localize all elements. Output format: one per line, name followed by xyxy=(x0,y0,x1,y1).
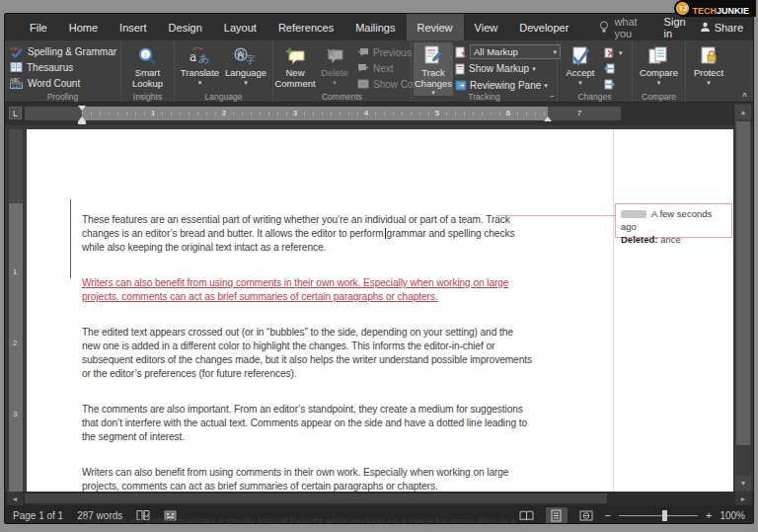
tab-view[interactable]: View xyxy=(464,14,509,40)
share-button[interactable]: Share xyxy=(696,14,753,40)
tab-developer[interactable]: Developer xyxy=(508,14,579,40)
group-protect: Protect ▾ xyxy=(686,40,731,102)
show-comments-icon xyxy=(357,79,369,89)
vertical-scrollbar[interactable]: ▲ ▼ xyxy=(733,104,751,492)
smart-lookup-label: Smart Lookup xyxy=(125,68,170,89)
paragraph: Writers can also benefit from using comm… xyxy=(82,466,558,494)
scroll-down-arrow[interactable]: ▼ xyxy=(735,476,751,491)
zoom-out-button[interactable]: − xyxy=(605,509,611,521)
vertical-scroll-thumb[interactable] xyxy=(736,121,750,445)
paragraph-track-changes: These features are an essential part of … xyxy=(82,213,558,255)
reviewing-pane-label: Reviewing Pane xyxy=(470,80,541,91)
tracking-dialog-launcher[interactable]: ⌐ xyxy=(550,92,555,101)
compare-dropdown-arrow: ▾ xyxy=(657,79,661,86)
svg-text:字: 字 xyxy=(246,54,256,65)
show-markup-button[interactable]: Show Markup ▾ xyxy=(453,60,561,77)
next-comment-label: Next xyxy=(373,63,394,74)
thesaurus-button[interactable]: Thesaurus xyxy=(7,59,119,75)
techjunkie-tj-icon: TJ xyxy=(676,2,689,15)
zoom-slider[interactable] xyxy=(619,515,698,516)
svg-text:あ: あ xyxy=(198,52,209,65)
change-bar xyxy=(70,199,71,278)
protect-button[interactable]: Protect ▾ xyxy=(689,42,728,86)
tab-home[interactable]: Home xyxy=(58,14,109,40)
show-markup-icon xyxy=(455,63,466,75)
spelling-grammar-label: Spelling & Grammar xyxy=(28,46,116,57)
author-chip xyxy=(621,210,646,218)
tab-layout[interactable]: Layout xyxy=(213,14,267,40)
ruler-number: 2 xyxy=(222,109,226,117)
language-button[interactable]: 字A Language ▾ xyxy=(223,42,268,86)
scroll-up-arrow[interactable]: ▲ xyxy=(735,105,751,119)
previous-change-button[interactable] xyxy=(601,60,626,76)
protect-icon xyxy=(699,44,719,68)
tab-stop-selector[interactable]: L xyxy=(9,107,22,119)
smart-lookup-button[interactable]: i Smart Lookup xyxy=(123,42,172,89)
delete-comment-button[interactable]: Delete ▾ xyxy=(315,42,354,86)
compare-label: Compare xyxy=(640,68,678,79)
zoom-slider-thumb[interactable] xyxy=(662,510,667,521)
page-indicator[interactable]: Page 1 of 1 xyxy=(13,510,63,521)
document-text[interactable]: These features are an essential part of … xyxy=(82,199,558,524)
tell-me-box[interactable]: Tell me what you want to do... xyxy=(593,14,653,40)
smart-lookup-icon: i xyxy=(137,44,158,68)
person-icon xyxy=(700,22,711,33)
balloon-header: A few seconds ago xyxy=(621,207,726,233)
protect-label: Protect xyxy=(694,68,723,79)
tab-design[interactable]: Design xyxy=(158,14,213,40)
word-count-button[interactable]: ABC123 Word Count xyxy=(7,75,119,91)
scroll-right-arrow[interactable]: ► xyxy=(735,492,751,505)
horizontal-ruler[interactable]: 1 2 3 4 5 6 7 xyxy=(25,107,621,120)
reject-change-button[interactable]: ▾ xyxy=(601,44,626,60)
translate-button[interactable]: aあ Translate ▾ xyxy=(179,42,221,86)
vertical-ruler[interactable]: 1 2 3 xyxy=(9,129,23,492)
collapse-ribbon-button[interactable]: ^ xyxy=(742,91,747,101)
group-comments: New Comment Delete ▾ Previous xyxy=(273,40,412,102)
group-insights: i Smart Lookup Insights xyxy=(121,40,175,102)
reviewing-pane-icon xyxy=(455,80,467,91)
tab-review[interactable]: Review xyxy=(407,14,464,40)
track-changes-icon xyxy=(422,44,444,68)
horizontal-scroll-thumb[interactable] xyxy=(25,494,607,503)
tab-file[interactable]: File xyxy=(19,14,58,40)
first-line-indent-marker[interactable] xyxy=(78,106,86,111)
previous-comment-label: Previous xyxy=(373,47,412,58)
svg-text:a: a xyxy=(190,50,196,64)
vruler-number: 2 xyxy=(13,339,17,347)
spelling-grammar-button[interactable]: ABC Spelling & Grammar xyxy=(7,43,119,59)
svg-text:i: i xyxy=(144,50,147,59)
revision-balloon[interactable]: A few seconds ago Deleted: ance xyxy=(615,203,732,238)
zoom-level[interactable]: 100% xyxy=(720,510,745,521)
word-count-label: Word Count xyxy=(28,78,80,89)
tab-references[interactable]: References xyxy=(267,14,344,40)
track-changes-label: Track Changes xyxy=(415,68,452,89)
left-indent-marker[interactable] xyxy=(78,121,86,124)
horizontal-scrollbar[interactable]: ◄ ► xyxy=(5,492,753,505)
ruler-number: 3 xyxy=(293,109,297,117)
ruler-number: 1 xyxy=(151,109,155,117)
show-markup-label: Show Markup xyxy=(469,63,529,74)
scroll-left-arrow[interactable]: ◄ xyxy=(7,492,23,505)
previous-comment-icon xyxy=(357,47,369,57)
group-label-tracking: Tracking xyxy=(412,92,557,102)
new-comment-button[interactable]: New Comment xyxy=(275,42,315,89)
tab-mailings[interactable]: Mailings xyxy=(344,14,406,40)
revision-deleted-text: ance xyxy=(660,234,681,245)
next-change-button[interactable] xyxy=(601,76,626,92)
tab-insert[interactable]: Insert xyxy=(109,14,158,40)
vruler-number: 1 xyxy=(13,267,17,276)
accept-dropdown-arrow: ▾ xyxy=(578,79,582,86)
web-layout-button[interactable] xyxy=(575,507,597,523)
right-indent-marker[interactable] xyxy=(544,116,552,121)
track-changes-button[interactable]: Track Changes ▾ xyxy=(414,42,453,96)
sign-in-button[interactable]: Sign in xyxy=(654,14,696,40)
display-for-review-select[interactable]: All Markup▾ xyxy=(470,44,561,59)
zoom-in-button[interactable]: + xyxy=(706,509,712,521)
spelling-check-icon: ABC xyxy=(10,45,24,58)
svg-text:123: 123 xyxy=(12,83,22,89)
display-for-review-icon xyxy=(455,46,467,58)
reviewing-pane-dropdown-arrow: ▾ xyxy=(544,82,548,89)
compare-button[interactable]: Compare ▾ xyxy=(638,42,680,86)
document-area: 1 2 3 These features are an essential pa… xyxy=(5,125,753,492)
accept-button[interactable]: Accept ▾ xyxy=(560,42,601,86)
